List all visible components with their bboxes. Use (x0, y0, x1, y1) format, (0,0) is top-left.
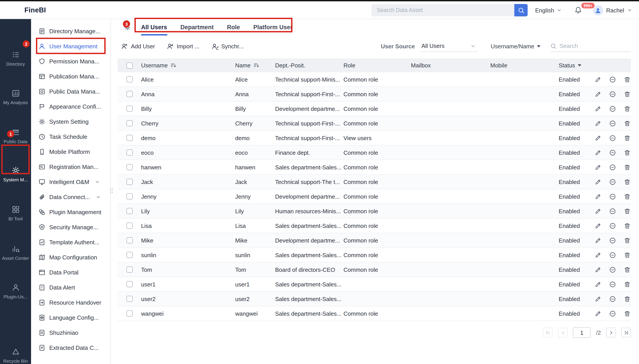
sidebar-item-system-management[interactable]: System M... (0, 166, 31, 182)
delete-trash-icon[interactable] (624, 164, 630, 170)
user-menu[interactable]: Rachel (593, 1, 632, 19)
add-user-button[interactable]: Add User (121, 43, 155, 50)
menu-item-publication-management[interactable]: Publication Mana... (31, 69, 111, 84)
row-checkbox[interactable] (126, 237, 133, 244)
delete-trash-icon[interactable] (624, 149, 630, 156)
table-search-input[interactable] (560, 42, 631, 49)
row-checkbox[interactable] (126, 76, 133, 82)
row-checkbox[interactable] (126, 106, 133, 112)
tab-platform-user[interactable]: Platform User (253, 19, 293, 36)
select-all-checkbox[interactable] (126, 62, 133, 68)
disable-minus-circle-icon[interactable] (609, 149, 616, 156)
delete-trash-icon[interactable] (624, 281, 630, 288)
sidebar-item-plugin-user[interactable]: Plugin-Us... (0, 283, 31, 299)
delete-trash-icon[interactable] (624, 120, 630, 126)
row-checkbox[interactable] (126, 91, 133, 97)
sidebar-item-my-analysis[interactable]: My Analysis (0, 89, 31, 105)
tab-all-users[interactable]: All Users (141, 19, 167, 36)
edit-pencil-icon[interactable] (595, 105, 601, 112)
user-source-select[interactable]: All Users (420, 40, 477, 52)
row-checkbox[interactable] (126, 135, 133, 141)
delete-trash-icon[interactable] (624, 91, 630, 97)
sort-icon[interactable] (253, 62, 259, 68)
last-page-button[interactable] (621, 328, 631, 338)
sort-icon[interactable] (170, 62, 176, 68)
edit-pencil-icon[interactable] (595, 134, 601, 141)
disable-minus-circle-icon[interactable] (609, 193, 616, 200)
menu-item-map-configuration[interactable]: Map Configuration (31, 250, 111, 265)
disable-minus-circle-icon[interactable] (609, 296, 616, 302)
row-checkbox[interactable] (126, 222, 133, 229)
row-checkbox[interactable] (126, 150, 133, 156)
disable-minus-circle-icon[interactable] (609, 281, 616, 288)
edit-pencil-icon[interactable] (595, 296, 601, 302)
delete-trash-icon[interactable] (624, 252, 630, 258)
global-search-input[interactable] (372, 4, 514, 16)
menu-item-directory-management[interactable]: Directory Manage... (31, 24, 111, 38)
disable-minus-circle-icon[interactable] (609, 208, 616, 214)
delete-trash-icon[interactable] (624, 76, 630, 83)
menu-item-language-configuration[interactable]: Language Config... (31, 310, 111, 325)
edit-pencil-icon[interactable] (595, 237, 601, 244)
menu-item-task-schedule[interactable]: Task Schedule (31, 129, 111, 144)
previous-page-button[interactable] (558, 328, 567, 338)
edit-pencil-icon[interactable] (595, 310, 601, 317)
edit-pencil-icon[interactable] (595, 266, 601, 273)
disable-minus-circle-icon[interactable] (609, 91, 616, 97)
edit-pencil-icon[interactable] (595, 281, 601, 288)
menu-item-public-data-management[interactable]: Public Data Mana... (31, 84, 111, 99)
edit-pencil-icon[interactable] (595, 149, 601, 156)
delete-trash-icon[interactable] (624, 134, 630, 141)
edit-pencil-icon[interactable] (595, 208, 601, 214)
sidebar-item-asset-center[interactable]: Asset Center (0, 245, 31, 261)
disable-minus-circle-icon[interactable] (609, 76, 616, 83)
disable-minus-circle-icon[interactable] (609, 252, 616, 258)
menu-item-permission-management[interactable]: Permission Mana... (31, 54, 111, 69)
edit-pencil-icon[interactable] (595, 252, 601, 258)
edit-pencil-icon[interactable] (595, 91, 601, 97)
delete-trash-icon[interactable] (624, 266, 630, 273)
tab-settings-gear-icon[interactable] (124, 24, 130, 30)
disable-minus-circle-icon[interactable] (609, 266, 616, 273)
menu-item-template-authentication[interactable]: Template Authent... (31, 234, 111, 250)
row-checkbox[interactable] (126, 120, 133, 126)
delete-trash-icon[interactable] (624, 208, 630, 214)
menu-item-data-connection[interactable]: Data Connect... (31, 189, 111, 204)
disable-minus-circle-icon[interactable] (609, 222, 616, 229)
menu-item-resource-handover[interactable]: Resource Handover (31, 295, 111, 310)
search-field-dropdown[interactable]: Username/Name (491, 43, 540, 50)
menu-item-data-portal[interactable]: Data Portal (31, 265, 111, 280)
menu-item-mobile-platform[interactable]: Mobile Platform (31, 144, 111, 159)
menu-item-security-management[interactable]: Security Manage... (31, 220, 111, 234)
edit-pencil-icon[interactable] (595, 164, 601, 170)
tab-department[interactable]: Department (180, 19, 214, 36)
delete-trash-icon[interactable] (624, 237, 630, 244)
sidebar-item-public-data[interactable]: Public Data (0, 128, 31, 144)
row-checkbox[interactable] (126, 266, 133, 273)
import-user-button[interactable]: Import ... (167, 43, 199, 50)
delete-trash-icon[interactable] (624, 310, 630, 317)
disable-minus-circle-icon[interactable] (609, 105, 616, 112)
page-number-input[interactable] (573, 327, 591, 338)
menu-item-appearance-configuration[interactable]: Appearance Confi... (31, 99, 111, 114)
edit-pencil-icon[interactable] (595, 178, 601, 185)
sidebar-item-recycle-bin[interactable]: Recycle Bin (0, 348, 31, 364)
edit-pencil-icon[interactable] (595, 76, 601, 83)
delete-trash-icon[interactable] (624, 178, 630, 185)
first-page-button[interactable] (543, 328, 552, 338)
menu-item-extracted-data[interactable]: Extracted Data C... (31, 340, 111, 355)
disable-minus-circle-icon[interactable] (609, 134, 616, 141)
disable-minus-circle-icon[interactable] (609, 164, 616, 170)
delete-trash-icon[interactable] (624, 105, 630, 112)
menu-item-system-setting[interactable]: System Setting (31, 114, 111, 129)
row-checkbox[interactable] (126, 179, 133, 185)
status-filter-icon[interactable] (578, 64, 581, 66)
row-checkbox[interactable] (126, 164, 133, 170)
edit-pencil-icon[interactable] (595, 120, 601, 126)
delete-trash-icon[interactable] (624, 193, 630, 200)
delete-trash-icon[interactable] (624, 296, 630, 302)
disable-minus-circle-icon[interactable] (609, 120, 616, 126)
row-checkbox[interactable] (126, 281, 133, 287)
menu-item-user-management[interactable]: User Management (31, 38, 111, 54)
synchronize-user-button[interactable]: Synchr... (211, 43, 244, 50)
